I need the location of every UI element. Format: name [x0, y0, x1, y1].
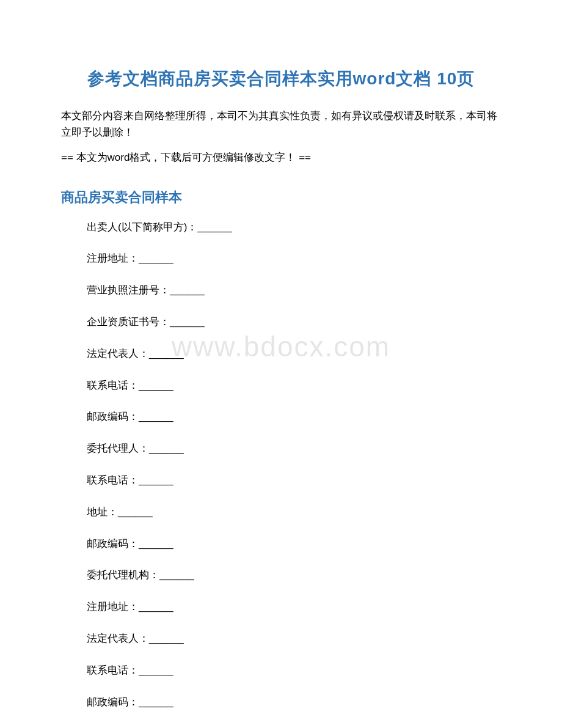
field-postal3: 邮政编码：______ — [87, 695, 501, 710]
field-legal-rep: 法定代表人：______ — [87, 347, 501, 361]
field-agency-org: 委托代理机构：______ — [87, 568, 501, 583]
field-postal2: 邮政编码：______ — [87, 537, 501, 551]
disclaimer-text: 本文部分内容来自网络整理所得，本司不为其真实性负责，如有异议或侵权请及时联系，本… — [61, 108, 501, 141]
field-seller: 出卖人(以下简称甲方)：______ — [87, 220, 501, 235]
format-note: == 本文为word格式，下载后可方便编辑修改文字！ == — [61, 149, 501, 166]
field-phone: 联系电话：______ — [87, 378, 501, 393]
field-address: 地址：______ — [87, 505, 501, 520]
fields-container: 出卖人(以下简称甲方)：______ 注册地址：______ 营业执照注册号：_… — [61, 220, 501, 710]
field-reg-address: 注册地址：______ — [87, 251, 501, 266]
document-title: 参考文档商品房买卖合同样本实用word文档 10页 — [61, 67, 501, 90]
field-phone2: 联系电话：______ — [87, 663, 501, 678]
field-postal: 邮政编码：______ — [87, 410, 501, 424]
field-qualification-no: 企业资质证书号：______ — [87, 315, 501, 329]
field-license-no: 营业执照注册号：______ — [87, 283, 501, 298]
field-agent: 委托代理人：______ — [87, 441, 501, 456]
field-reg-address2: 注册地址：______ — [87, 600, 501, 614]
field-agent-phone: 联系电话：______ — [87, 473, 501, 488]
field-legal-rep2: 法定代表人：______ — [87, 631, 501, 646]
section-title: 商品房买卖合同样本 — [61, 188, 501, 207]
